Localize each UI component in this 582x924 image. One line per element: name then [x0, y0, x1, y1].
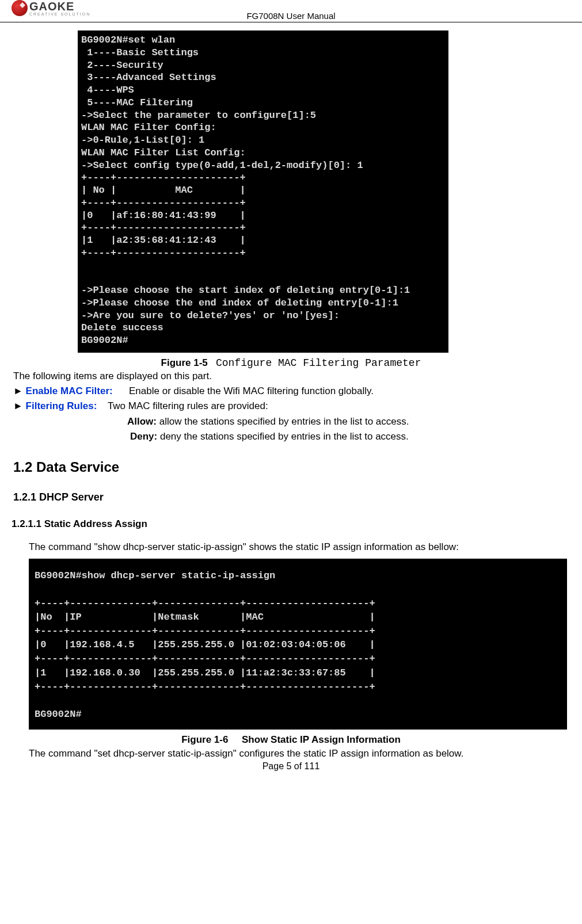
logo: GAOKE CREATIVE SOLUTION — [12, 0, 90, 16]
logo-title: GAOKE — [29, 1, 90, 12]
paragraph-show-dhcp: The command "show dhcp-server static-ip-… — [9, 539, 573, 555]
description-block: The following items are displayed on thi… — [9, 369, 573, 445]
rule-allow: Allow: allow the stations specified by e… — [13, 414, 573, 429]
page-header: GAOKE CREATIVE SOLUTION FG7008N User Man… — [0, 0, 582, 22]
figure-1-5-caption: Figure 1-5 Configure MAC Filtering Param… — [9, 357, 573, 369]
logo-subtitle: CREATIVE SOLUTION — [29, 12, 90, 16]
figure-label: Figure 1-6 — [181, 734, 228, 745]
terminal-screenshot-mac-filter: BG9002N#set wlan 1----Basic Settings 2--… — [78, 30, 448, 353]
terminal-screenshot-static-ip: BG9002N#show dhcp-server static-ip-assig… — [29, 559, 567, 730]
figure-label: Figure 1-5 — [161, 357, 208, 368]
heading-1-2-1-1: 1.2.1.1 Static Address Assign — [12, 518, 573, 530]
paragraph-set-dhcp: The command "set dhcp-server static-ip-a… — [9, 746, 573, 761]
allow-label: Allow: — [127, 416, 157, 427]
deny-label: Deny: — [130, 431, 157, 442]
figure-title: Configure MAC Filtering Parameter — [216, 357, 421, 369]
heading-1-2: 1.2 Data Service — [13, 459, 573, 475]
figure-title: Show Static IP Assign Information — [242, 734, 401, 745]
item-enable-mac-filter: ► Enable MAC Filter: Enable or disable t… — [13, 384, 573, 399]
text-enable-mac-filter: Enable or disable the Wifi MAC filtering… — [129, 385, 374, 396]
figure-1-6-caption: Figure 1-6 Show Static IP Assign Informa… — [9, 734, 573, 746]
page-content: BG9002N#set wlan 1----Basic Settings 2--… — [0, 22, 582, 772]
deny-text: deny the stations specified by entries i… — [157, 431, 409, 442]
text-filtering-rules: Two MAC filtering rules are provided: — [108, 400, 268, 411]
label-enable-mac-filter: Enable MAC Filter: — [26, 385, 113, 396]
allow-text: allow the stations specified by entries … — [157, 416, 409, 427]
item-filtering-rules: ► Filtering Rules: Two MAC filtering rul… — [13, 399, 573, 414]
logo-icon — [12, 0, 28, 16]
heading-1-2-1: 1.2.1 DHCP Server — [13, 491, 573, 503]
document-title: FG7008N User Manual — [246, 11, 335, 21]
intro-line: The following items are displayed on thi… — [13, 369, 573, 384]
rule-deny: Deny: deny the stations specified by ent… — [13, 429, 573, 444]
page-footer: Page 5 of 111 — [9, 761, 573, 772]
label-filtering-rules: Filtering Rules: — [26, 400, 97, 411]
